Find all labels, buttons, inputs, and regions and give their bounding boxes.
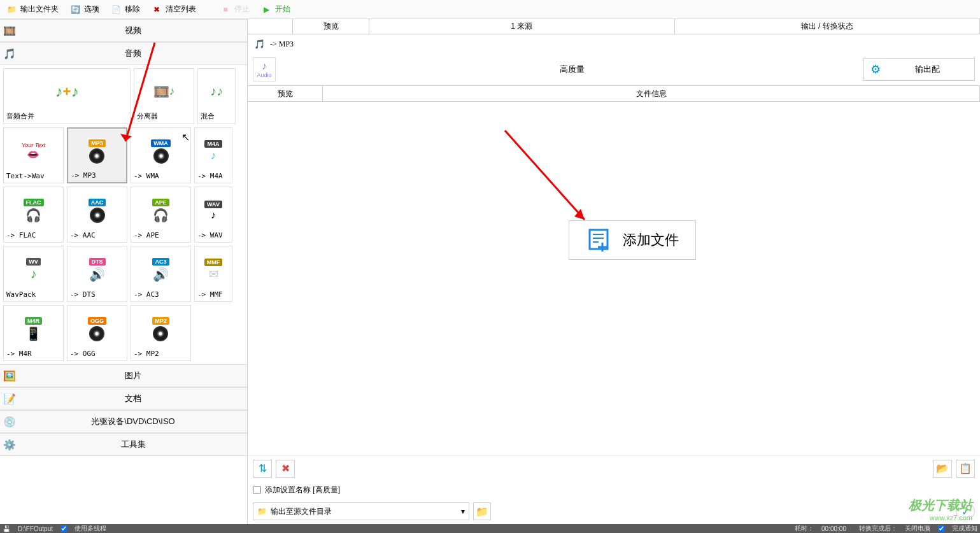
tile-label: -> M4A xyxy=(196,172,223,180)
add-file-button[interactable]: 添加文件 xyxy=(569,220,696,260)
badge: APE xyxy=(152,199,169,206)
action-bar: ⇅ ✖ 📂 📋 xyxy=(248,455,980,481)
badge: WV xyxy=(26,258,41,266)
start-label: 开始 xyxy=(275,4,290,15)
tile-wavpack[interactable]: WV♪ WavPack xyxy=(3,246,64,302)
tile-label: -> OGG xyxy=(69,350,96,358)
badge: AAC xyxy=(89,199,106,206)
confirm-button[interactable]: ✓ xyxy=(956,502,975,520)
settings-row: 添加设置名称 [高质量] xyxy=(248,481,980,499)
tile-mp3[interactable]: MP3 -> MP3 xyxy=(67,127,127,183)
tile-m4r[interactable]: M4R📱 -> M4R xyxy=(3,305,64,361)
options-label: 选项 xyxy=(84,4,99,15)
start-button[interactable]: ▶ 开始 xyxy=(255,2,295,17)
clear-list-button[interactable]: ✖ 清空列表 xyxy=(145,2,201,17)
tile-splitter[interactable]: 🎞️♪ 分离器 xyxy=(134,68,194,124)
remove-icon: 📄 xyxy=(110,3,122,16)
badge: FLAC xyxy=(24,199,44,206)
output-destination-select[interactable]: 📁 输出至源文件目录 ▾ xyxy=(253,502,469,520)
tile-ac3[interactable]: AC3🔊 -> AC3 xyxy=(131,246,191,302)
category-document-label: 文档 xyxy=(19,393,247,404)
add-file-label: 添加文件 xyxy=(623,231,679,250)
options-icon: 🔄 xyxy=(69,3,82,16)
category-video[interactable]: 🎞️ 视频 xyxy=(0,19,247,42)
audio-icon: 🎵 xyxy=(0,48,19,60)
tile-label: 混合 xyxy=(199,111,215,121)
subtab-preview[interactable]: 预览 xyxy=(248,86,323,101)
tab-preview[interactable]: 预览 xyxy=(292,19,369,34)
tile-label: 分离器 xyxy=(136,111,158,121)
after-action: 关闭电脑 xyxy=(905,524,930,533)
options-button[interactable]: 🔄 选项 xyxy=(64,2,104,17)
your-text-label: Your Text xyxy=(22,142,46,148)
stop-label: 停止 xyxy=(234,4,250,15)
category-video-label: 视频 xyxy=(19,25,247,36)
drop-area[interactable]: 添加文件 xyxy=(248,102,980,455)
browse-folder-button[interactable]: 📁 xyxy=(473,502,491,520)
tile-dts[interactable]: DTS🔊 -> DTS xyxy=(67,246,127,302)
tile-label: Text->Wav xyxy=(5,172,45,180)
tile-ogg[interactable]: OGG -> OGG xyxy=(67,305,127,361)
status-bar: 💾 D:\FFOutput 使用多线程 耗时： 00:00:00 转换完成后： … xyxy=(0,524,980,533)
disk-icon xyxy=(90,208,105,223)
tile-mix[interactable]: ♪♪ 混合 xyxy=(197,68,236,124)
sort-button[interactable]: ⇅ xyxy=(253,460,272,478)
tile-flac[interactable]: FLAC🎧 -> FLAC xyxy=(3,187,64,243)
remove-label: 移除 xyxy=(125,4,140,15)
list-add-button[interactable]: 📋 xyxy=(956,460,975,478)
category-tools[interactable]: ⚙️ 工具集 xyxy=(0,433,247,456)
audio-badge-label: Audio xyxy=(257,72,271,78)
stop-button[interactable]: ■ 停止 xyxy=(214,2,255,17)
subtab-file-info[interactable]: 文件信息 xyxy=(323,86,980,101)
tile-ape[interactable]: APE🎧 -> APE xyxy=(131,187,191,243)
output-folder-button[interactable]: 📁 输出文件夹 xyxy=(0,2,64,17)
tile-wma[interactable]: WMA -> WMA xyxy=(131,127,191,183)
tab-source[interactable]: 1 来源 xyxy=(369,19,674,34)
open-folder-button[interactable]: 📂 xyxy=(933,460,952,478)
badge: WMA xyxy=(151,139,171,147)
badge: M4A xyxy=(204,140,222,148)
tile-label: -> FLAC xyxy=(5,231,36,239)
folder-icon: 📁 xyxy=(5,3,18,16)
quality-bar: ♪ Audio 高质量 ⚙ 输出配 xyxy=(248,53,980,85)
notify-label: 完成通知 xyxy=(952,524,977,533)
delete-button[interactable]: ✖ xyxy=(276,460,295,478)
category-tools-label: 工具集 xyxy=(19,439,247,450)
format-path-label: -> MP3 xyxy=(270,39,294,49)
tile-aac[interactable]: AAC -> AAC xyxy=(67,187,127,243)
status-path: D:\FFOutput xyxy=(18,525,53,532)
category-audio[interactable]: 🎵 音频 xyxy=(0,42,247,65)
output-config-button[interactable]: ⚙ 输出配 xyxy=(863,58,975,81)
format-bar: 🎵 -> MP3 xyxy=(248,34,980,53)
tab-output-status[interactable]: 输出 / 转换状态 xyxy=(674,19,981,34)
remove-button[interactable]: 📄 移除 xyxy=(104,2,145,17)
tile-mp2[interactable]: MP2 -> MP2 xyxy=(131,305,191,361)
add-settings-checkbox[interactable] xyxy=(253,486,261,494)
sidebar: 🎞️ 视频 🎵 音频 ♪+♪ 音频合并 🎞️♪ 分离器 ♪♪ 混合 Your T… xyxy=(0,19,248,524)
format-icon: 🎵 xyxy=(254,39,265,49)
play-icon: ▶ xyxy=(260,3,273,16)
tile-label: -> M4R xyxy=(5,350,32,358)
multithread-checkbox[interactable] xyxy=(60,525,67,532)
subtab-bar: 预览 文件信息 xyxy=(248,85,980,102)
category-image[interactable]: 🖼️ 图片 xyxy=(0,364,247,387)
stop-icon: ■ xyxy=(219,3,232,16)
subtab-preview-label: 预览 xyxy=(278,89,293,99)
multithread-label: 使用多线程 xyxy=(75,524,106,533)
tile-label: WavPack xyxy=(5,290,36,299)
tile-text-wav[interactable]: Your Text👄 Text->Wav xyxy=(3,127,64,183)
output-folder-label: 输出文件夹 xyxy=(20,4,59,15)
category-document[interactable]: 📝 文档 xyxy=(0,387,247,410)
badge: WAV xyxy=(204,201,222,208)
tile-label: -> MMF xyxy=(196,290,223,299)
output-row: 📁 输出至源文件目录 ▾ 📁 ✓ xyxy=(248,499,980,524)
quality-label: 高质量 xyxy=(281,64,863,75)
tile-m4a[interactable]: M4A♪ -> M4A xyxy=(194,127,232,183)
settings-name-label: 添加设置名称 [高质量] xyxy=(265,485,340,495)
tile-audio-merge[interactable]: ♪+♪ 音频合并 xyxy=(3,68,131,124)
tile-wav[interactable]: WAV♪ -> WAV xyxy=(194,187,232,243)
notify-checkbox[interactable] xyxy=(938,525,944,532)
category-optical[interactable]: 💿 光驱设备\DVD\CD\ISO xyxy=(0,410,247,433)
badge: MP2 xyxy=(152,317,169,325)
tile-mmf[interactable]: MMF✉ -> MMF xyxy=(194,246,232,302)
